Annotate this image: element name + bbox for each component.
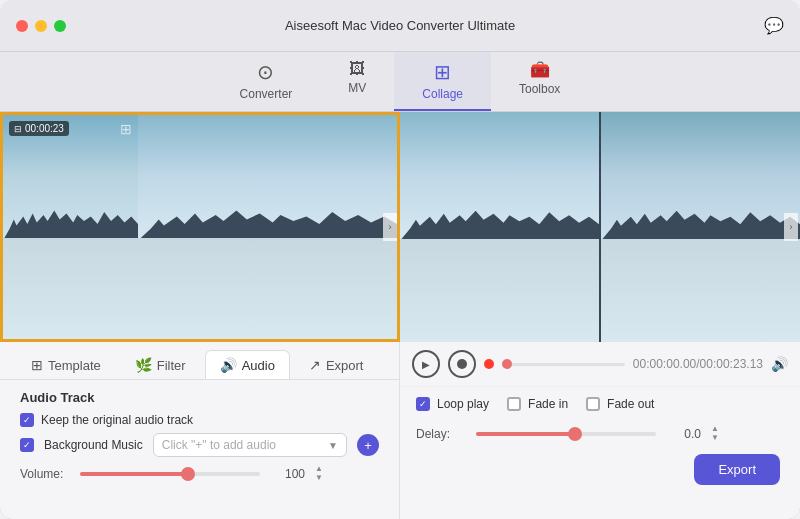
right-playback-bar: ▶ 00:00:00.00/00:00:23.13 🔊 [400,342,800,387]
bg-music-checkbox[interactable]: ✓ [20,438,34,452]
volume-down[interactable]: ▼ [315,474,323,482]
fade-in-checkbox[interactable] [507,397,521,411]
time-total: 00:00:23.13 [700,357,763,371]
collage-icon: ⊞ [434,60,451,84]
delay-thumb[interactable] [568,427,582,441]
keep-original-checkbox[interactable]: ✓ [20,413,34,427]
template-icon: ⊞ [31,357,43,373]
volume-icon[interactable]: 🔊 [771,356,788,372]
maximize-button[interactable] [54,20,66,32]
stop-icon [457,359,467,369]
tool-tab-export[interactable]: ↗ Export [294,350,379,379]
bg-music-label: Background Music [44,438,143,452]
volume-spinner[interactable]: ▲ ▼ [315,465,323,482]
stop-button[interactable] [448,350,476,378]
mv-icon: 🖼 [349,60,365,78]
option-checks: ✓ Loop play Fade in Fade out [416,397,784,411]
controls-row: ⊞ Template 🌿 Filter 🔊 Audio ↗ [0,342,800,519]
dropdown-arrow-icon: ▼ [328,440,338,451]
export-tab-icon: ↗ [309,357,321,373]
volume-value: 100 [270,467,305,481]
tool-tabs: ⊞ Template 🌿 Filter 🔊 Audio ↗ [0,342,399,380]
time-current: 00:00:00.00 [633,357,696,371]
audio-placeholder: Click "+" to add audio [162,438,322,452]
segment-marker-left: ⊞ [120,121,132,137]
add-audio-button[interactable]: + [357,434,379,456]
minimize-button[interactable] [35,20,47,32]
tab-collage-label: Collage [422,87,463,101]
keep-original-row: ✓ Keep the original audio track [20,413,379,427]
tool-tab-export-label: Export [326,358,364,373]
tool-tab-template[interactable]: ⊞ Template [16,350,116,379]
export-button[interactable]: Export [694,454,780,485]
loop-play-row: ✓ Loop play [416,397,489,411]
preview-row: ⊟ 00:00:23 ⊞ › [0,112,800,342]
audio-file-select[interactable]: Click "+" to add audio ▼ [153,433,347,457]
tab-toolbox-label: Toolbox [519,82,560,96]
tab-collage[interactable]: ⊞ Collage [394,52,491,111]
preview-right-arrow[interactable]: › [784,213,798,241]
preview-sub-left: ⊟ 00:00:23 ⊞ [3,115,138,339]
playback-dot [502,359,512,369]
loop-play-checkbox[interactable]: ✓ [416,397,430,411]
preview-left-arrow[interactable]: › [383,213,397,241]
volume-thumb[interactable] [181,467,195,481]
preview-left-panel: ⊟ 00:00:23 ⊞ › [0,112,400,342]
fade-out-checkbox[interactable] [586,397,600,411]
nav-tabs: ⊙ Converter 🖼 MV ⊞ Collage 🧰 Toolbox [0,52,800,112]
options-row: ✓ Loop play Fade in Fade out [400,387,800,417]
toolbox-icon: 🧰 [530,60,550,79]
tab-toolbox[interactable]: 🧰 Toolbox [491,52,588,111]
fade-in-row: Fade in [507,397,568,411]
audio-section-title: Audio Track [20,390,379,405]
fade-out-row: Fade out [586,397,654,411]
delay-label: Delay: [416,427,466,441]
fade-in-label: Fade in [528,397,568,411]
preview-right-panel: › [400,112,800,342]
export-area: Export [400,446,800,497]
tab-converter[interactable]: ⊙ Converter [212,52,321,111]
tab-mv[interactable]: 🖼 MV [320,52,394,111]
audio-icon: 🔊 [220,357,237,373]
delay-row: Delay: 0.0 ▲ ▼ [400,421,800,446]
volume-up[interactable]: ▲ [315,465,323,473]
traffic-lights [16,20,66,32]
main-content: ⊟ 00:00:23 ⊞ › [0,112,800,519]
playback-progress[interactable] [502,363,625,366]
keep-original-label: Keep the original audio track [41,413,193,427]
delay-value: 0.0 [666,427,701,441]
delay-slider[interactable] [476,432,656,436]
checkmark: ✓ [23,415,31,425]
record-dot [484,359,494,369]
tool-tab-filter[interactable]: 🌿 Filter [120,350,201,379]
fade-out-label: Fade out [607,397,654,411]
delay-spinner[interactable]: ▲ ▼ [711,425,719,442]
background-music-row: ✓ Background Music Click "+" to add audi… [20,433,379,457]
volume-slider[interactable] [80,472,260,476]
time-display: 00:00:00.00/00:00:23.13 [633,357,763,371]
delay-up[interactable]: ▲ [711,425,719,433]
tool-tab-audio-label: Audio [242,358,275,373]
preview-right-sub-left [400,112,599,342]
controls-left: ⊞ Template 🌿 Filter 🔊 Audio ↗ [0,342,400,519]
chat-icon[interactable]: 💬 [764,16,784,35]
preview-right-sub-right: › [599,112,800,342]
volume-row: Volume: 100 ▲ ▼ [20,465,379,482]
volume-label: Volume: [20,467,70,481]
tool-tab-audio[interactable]: 🔊 Audio [205,350,290,379]
play-button[interactable]: ▶ [412,350,440,378]
filter-icon: 🌿 [135,357,152,373]
audio-settings: Audio Track ✓ Keep the original audio tr… [0,380,399,519]
tab-converter-label: Converter [240,87,293,101]
loop-checkmark: ✓ [419,399,427,409]
delay-down[interactable]: ▼ [711,434,719,442]
tab-mv-label: MV [348,81,366,95]
close-button[interactable] [16,20,28,32]
tool-tab-filter-label: Filter [157,358,186,373]
controls-split: ⊞ Template 🌿 Filter 🔊 Audio ↗ [0,342,800,519]
preview-sub-right: › [138,115,397,339]
app-title: Aiseesoft Mac Video Converter Ultimate [285,18,515,33]
loop-play-label: Loop play [437,397,489,411]
controls-right: ▶ 00:00:00.00/00:00:23.13 🔊 [400,342,800,519]
converter-icon: ⊙ [257,60,274,84]
